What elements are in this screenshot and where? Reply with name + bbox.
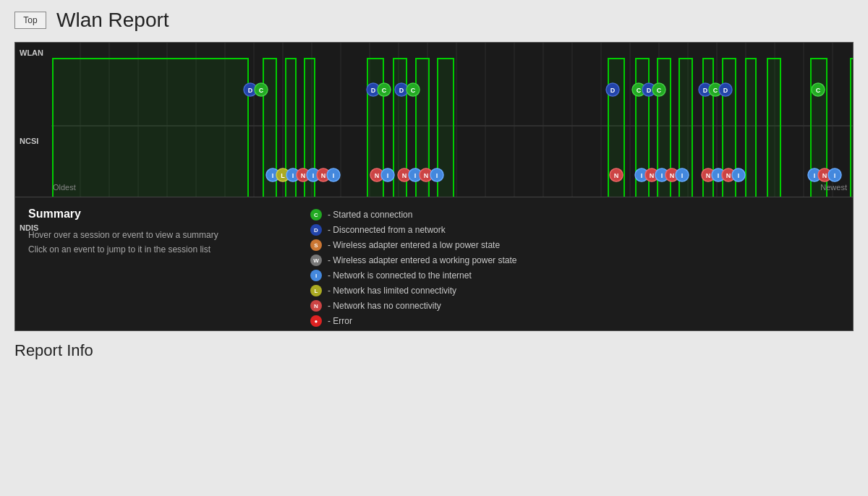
summary-hint: Hover over a session or event to view a … [28,228,289,257]
axis-newest: Newest [820,183,847,192]
svg-point-95 [398,168,411,181]
header: Top Wlan Report [14,9,854,32]
svg-point-75 [812,83,825,96]
svg-text:N: N [375,172,380,179]
svg-point-119 [722,168,735,181]
svg-point-57 [395,83,408,96]
svg-point-97 [409,168,422,181]
svg-point-77 [266,168,279,181]
svg-point-91 [370,168,383,181]
svg-text:N: N [726,172,731,179]
svg-text:I: I [272,172,274,179]
svg-text:N: N [670,172,675,179]
svg-text:C: C [411,87,416,94]
svg-point-127 [828,168,841,181]
chart-container: WLAN NCSI NDIS [14,42,854,331]
svg-text:C: C [382,87,387,94]
svg-point-101 [430,168,443,181]
legend-icon-n: N [310,300,322,312]
svg-text:I: I [436,172,438,179]
legend-item: I- Network is connected to the internet [310,270,840,281]
summary-title: Summary [28,208,289,221]
svg-point-103 [610,168,623,181]
legend-icon-c: C [310,209,322,221]
legend-text-i: - Network is connected to the internet [328,270,472,281]
svg-point-113 [676,168,689,181]
svg-text:L: L [281,172,285,179]
svg-point-107 [645,168,658,181]
svg-point-51 [255,83,268,96]
svg-point-87 [317,168,330,181]
svg-text:N: N [650,172,655,179]
svg-text:I: I [681,172,684,179]
svg-text:D: D [399,87,404,94]
svg-text:I: I [738,172,740,179]
svg-text:I: I [834,172,836,179]
legend-item: S- Wireless adapter entered a low power … [310,239,840,251]
legend-item: D- Disconnected from a network [310,224,840,236]
legend-icon-i: I [310,270,322,281]
label-ndis: NDIS [20,223,38,232]
svg-point-121 [732,168,745,181]
axis-row: Oldest Newest [53,183,847,192]
summary-section: Summary Hover over a session or event to… [15,197,853,330]
svg-text:I: I [387,172,389,179]
svg-text:D: D [371,87,376,94]
legend-item: W- Wireless adapter entered a working po… [310,255,840,266]
legend-icon-d: D [310,224,322,236]
svg-point-73 [719,83,732,96]
svg-text:C: C [816,87,821,94]
summary-left: Summary Hover over a session or event to… [28,208,289,320]
svg-point-105 [635,168,648,181]
svg-text:N: N [301,172,306,179]
legend-text-l: - Network has limited connectivity [328,286,456,296]
svg-point-123 [808,168,821,181]
svg-text:I: I [661,172,663,179]
axis-oldest: Oldest [53,183,76,192]
label-wlan: WLAN [20,48,43,57]
legend-item: C- Started a connection [310,209,840,221]
svg-text:N: N [321,172,326,179]
svg-text:N: N [706,172,711,179]
legend-text-s: - Wireless adapter entered a low power s… [328,240,500,250]
label-ncsi: NCSI [20,137,38,145]
legend-text-w: - Wireless adapter entered a working pow… [328,255,516,265]
svg-text:N: N [822,172,827,179]
legend-icon-w: W [310,255,322,266]
svg-point-89 [327,168,340,181]
legend-text-e: - Error [328,316,352,326]
svg-text:I: I [292,172,294,179]
svg-point-79 [276,168,289,181]
legend-section: C- Started a connectionD- Disconnected f… [310,208,840,320]
svg-point-85 [307,168,320,181]
svg-point-67 [652,83,665,96]
svg-point-109 [655,168,668,181]
svg-text:I: I [414,172,417,179]
svg-text:D: D [647,87,652,94]
svg-text:N: N [614,172,619,179]
svg-point-83 [297,168,310,181]
svg-text:C: C [259,87,264,94]
top-button[interactable]: Top [14,12,46,29]
svg-point-61 [606,83,619,96]
svg-text:I: I [814,172,816,179]
svg-text:C: C [637,87,642,94]
svg-point-49 [244,83,257,96]
svg-text:N: N [424,172,429,179]
legend-item: N- Network has no connectivity [310,300,840,312]
svg-point-65 [642,83,655,96]
svg-text:D: D [723,87,728,94]
legend-icon-l: L [310,285,322,296]
svg-point-63 [632,83,645,96]
svg-point-111 [665,168,678,181]
svg-point-59 [407,83,420,96]
report-info-title: Report Info [14,341,854,360]
legend-icon-s: S [310,239,322,251]
svg-point-125 [818,168,831,181]
svg-text:I: I [333,172,335,179]
legend-item: ●- Error [310,315,840,327]
svg-point-93 [381,168,394,181]
svg-point-69 [699,83,712,96]
svg-text:C: C [713,87,718,94]
svg-point-53 [367,83,380,96]
